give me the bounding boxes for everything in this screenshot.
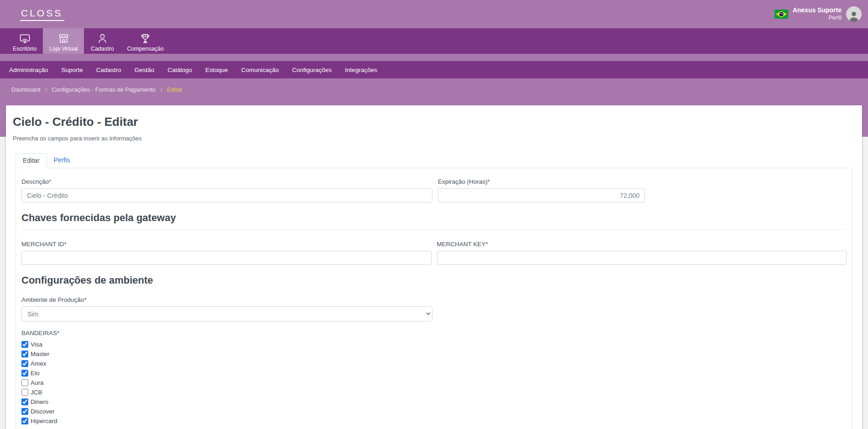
tab-perfis[interactable]: Perfis	[47, 153, 77, 168]
store-icon	[58, 33, 69, 44]
bandeira-jcb: JCB	[21, 388, 847, 397]
breadcrumb: Dashboard / Configurações - Formas de Pa…	[0, 78, 868, 93]
bandeira-visa: Visa	[21, 340, 847, 349]
merchant-key-input[interactable]	[437, 251, 847, 265]
expiracao-label: Expiração (Horas)*	[438, 178, 645, 185]
menu-item-configuracoes[interactable]: Configurações	[292, 67, 332, 73]
module-tab-escritorio[interactable]: Escritório	[6, 28, 43, 54]
bandeiras-group: BANDEIRAS* Visa Master Amex Elo	[21, 330, 847, 426]
menu-item-cadastro[interactable]: Cadastro	[96, 67, 121, 73]
module-tab-cadastro[interactable]: Cadastro	[84, 28, 120, 54]
bandeira-elo: Elo	[21, 368, 847, 378]
menu-item-comunicacao[interactable]: Comunicação	[241, 67, 279, 73]
person-icon	[97, 33, 108, 44]
ambiente-producao-label: Ambiente de Produção*	[21, 296, 847, 303]
content-area: Dashboard / Configurações - Formas de Pa…	[0, 78, 868, 429]
descricao-label: Descrição*	[21, 178, 432, 185]
field-ambiente-producao: Ambiente de Produção* Sim	[21, 296, 847, 321]
tab-content-panel: Descrição* Expiração (Horas)* Chaves for…	[16, 168, 852, 429]
person-silhouette-icon	[848, 10, 860, 22]
merchant-key-label: MERCHANT KEY*	[437, 241, 847, 248]
tab-editar[interactable]: Editar	[16, 153, 47, 168]
required-asterisk: *	[488, 178, 490, 185]
user-info: Anexus Suporte Perfil	[793, 6, 842, 21]
page-subtitle: Preencha os campos para inserir as infor…	[13, 135, 855, 142]
desktop-icon	[19, 33, 31, 44]
main-card: Cielo - Crédito - Editar Preencha os cam…	[6, 105, 862, 429]
section-menu: Administração Suporte Cadastro Gestão Ca…	[0, 61, 868, 78]
aura-checkbox[interactable]	[21, 379, 28, 386]
menu-item-integracoes[interactable]: Integrações	[345, 67, 377, 73]
visa-checkbox[interactable]	[21, 341, 28, 348]
bandeira-diners: Diners	[21, 397, 847, 407]
brazil-flag-icon	[774, 10, 788, 19]
module-nav: Escritório Loja Virtual Cadastro Compens…	[0, 28, 868, 54]
trophy-icon	[140, 33, 151, 44]
breadcrumb-current: Editar	[167, 86, 182, 93]
breadcrumb-formas-pagamento[interactable]: Configurações - Formas de Pagamento	[52, 86, 156, 93]
master-checkbox[interactable]	[21, 351, 28, 357]
hipercard-checkbox[interactable]	[21, 418, 28, 424]
expiracao-input[interactable]	[438, 188, 645, 202]
bandeira-discover: Discover	[21, 407, 847, 416]
elo-checkbox[interactable]	[21, 370, 28, 377]
section-heading-gateway: Chaves fornecidas pela gateway	[21, 212, 847, 224]
ambiente-producao-select[interactable]: Sim	[21, 306, 432, 321]
jcb-checkbox[interactable]	[21, 389, 28, 396]
bandeira-hipercard: Hipercard	[21, 416, 847, 426]
merchant-id-label: MERCHANT ID*	[21, 241, 431, 248]
descricao-input[interactable]	[21, 188, 432, 202]
field-merchant-key: MERCHANT KEY*	[437, 241, 847, 265]
closs-logo: CLOSS	[20, 8, 64, 21]
bandeira-aura: Aura	[21, 378, 847, 388]
top-bar: CLOSS Anexus Suporte Perfil	[0, 0, 868, 28]
diners-checkbox[interactable]	[21, 398, 28, 405]
bandeiras-label: BANDEIRAS*	[21, 330, 847, 336]
menu-item-administracao[interactable]: Administração	[9, 67, 48, 73]
profile-link[interactable]: Perfil	[793, 15, 842, 22]
bandeira-master: Master	[21, 349, 847, 359]
section-heading-ambiente: Configurações de ambiente	[21, 274, 847, 286]
user-name: Anexus Suporte	[793, 6, 842, 15]
page-title: Cielo - Crédito - Editar	[13, 115, 855, 129]
breadcrumb-separator: /	[161, 86, 162, 93]
module-tab-loja-virtual[interactable]: Loja Virtual	[43, 28, 84, 54]
avatar[interactable]	[846, 6, 862, 22]
user-area: Anexus Suporte Perfil	[774, 6, 862, 22]
amex-checkbox[interactable]	[21, 360, 28, 367]
bandeira-amex: Amex	[21, 359, 847, 368]
field-descricao: Descrição*	[21, 178, 432, 202]
field-expiracao: Expiração (Horas)*	[438, 178, 645, 202]
edit-tabs: Editar Perfis	[16, 153, 852, 168]
breadcrumb-separator: /	[45, 86, 47, 93]
field-merchant-id: MERCHANT ID*	[21, 241, 431, 265]
menu-item-suporte[interactable]: Suporte	[62, 67, 83, 73]
merchant-id-input[interactable]	[21, 251, 431, 265]
menu-item-estoque[interactable]: Estoque	[205, 67, 228, 73]
breadcrumb-dashboard[interactable]: Dashboard	[11, 86, 41, 93]
discover-checkbox[interactable]	[21, 408, 28, 415]
menu-item-catalogo[interactable]: Catálogo	[167, 67, 192, 73]
header-divider-strip	[0, 54, 868, 61]
module-tab-compensacao[interactable]: Compensação	[120, 28, 170, 54]
menu-item-gestao[interactable]: Gestão	[135, 67, 155, 73]
section-divider	[21, 229, 847, 230]
